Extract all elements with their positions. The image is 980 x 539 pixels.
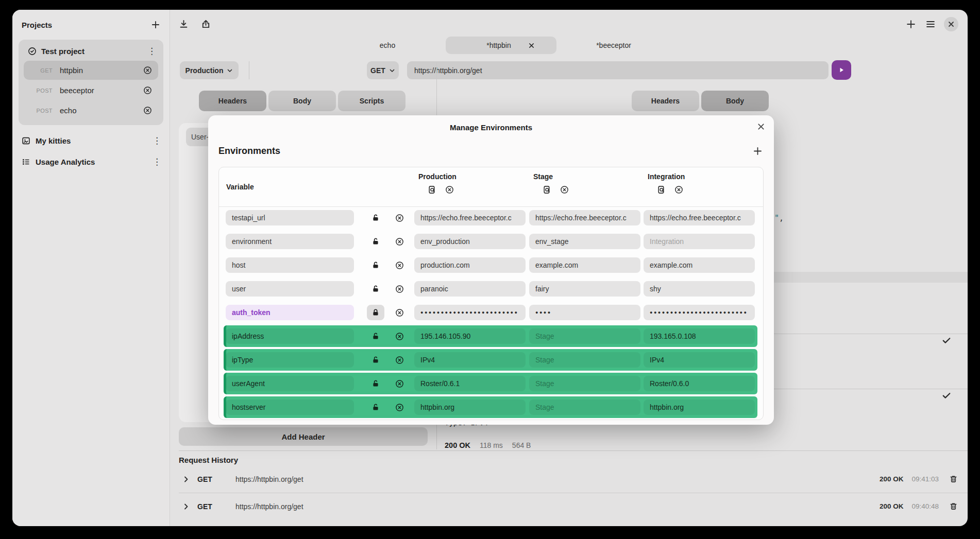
delete-variable-icon[interactable] xyxy=(395,237,404,246)
value-input-stage[interactable]: Stage xyxy=(529,328,640,344)
delete-environment-icon[interactable] xyxy=(445,185,454,194)
modal-close-button[interactable] xyxy=(755,121,767,132)
sidebar-item-beeceptor[interactable]: POST beeceptor xyxy=(24,81,158,100)
value-input-integration[interactable]: IPv4 xyxy=(644,352,755,368)
file-search-icon[interactable] xyxy=(428,185,436,194)
value-input-integration[interactable]: shy xyxy=(644,281,755,297)
value-input-stage[interactable]: Stage xyxy=(529,352,640,368)
value-input-stage[interactable]: https://echo.free.beeceptor.c xyxy=(529,210,640,225)
cancel-request-icon[interactable] xyxy=(143,86,152,95)
cancel-request-icon[interactable] xyxy=(143,66,152,75)
variable-name-input[interactable]: auth_token xyxy=(226,305,354,320)
value-input-integration[interactable]: 193.165.0.108 xyxy=(644,328,755,344)
history-row[interactable]: GET https://httpbin.org/get 200 OK 09:41… xyxy=(179,466,968,492)
delete-variable-icon[interactable] xyxy=(395,308,404,317)
variable-name-input[interactable]: ipType xyxy=(226,352,354,368)
value-input-production[interactable]: https://echo.free.beeceptor.c xyxy=(414,210,526,225)
value-input-stage[interactable]: ●●●● xyxy=(529,305,640,320)
unlock-icon[interactable] xyxy=(365,403,386,411)
variable-name-input[interactable]: user xyxy=(226,281,354,297)
value-input-integration[interactable]: https://echo.free.beeceptor.c xyxy=(644,210,755,225)
delete-history-button[interactable] xyxy=(949,475,958,483)
tab-beeceptor[interactable]: *beeceptor xyxy=(583,37,645,54)
unlock-icon[interactable] xyxy=(365,332,386,340)
value-input-production[interactable]: production.com xyxy=(414,257,526,273)
add-header-button[interactable]: Add Header xyxy=(179,427,428,446)
variable-name-input[interactable]: host xyxy=(226,257,354,273)
file-search-icon[interactable] xyxy=(657,185,666,194)
value-input-integration[interactable]: Integration xyxy=(644,234,755,249)
sidebar-item-my-kitties[interactable]: My kitties ⋮ xyxy=(12,130,170,151)
value-input-stage[interactable]: env_stage xyxy=(529,234,640,249)
delete-variable-icon[interactable] xyxy=(395,332,404,341)
value-input-production[interactable]: 195.146.105.90 xyxy=(414,328,526,344)
file-search-icon[interactable] xyxy=(543,185,551,194)
value-input-integration[interactable]: httpbin.org xyxy=(644,399,755,415)
value-input-integration[interactable]: Roster/0.6.0 xyxy=(644,376,755,391)
value-input-integration[interactable]: ●●●●●●●●●●●●●●●●●●●●●●●● xyxy=(644,305,755,320)
history-row[interactable]: GET https://httpbin.org/get 200 OK 09:40… xyxy=(179,493,968,519)
project-menu-button[interactable]: ⋮ xyxy=(147,47,156,56)
project-menu-button[interactable]: ⋮ xyxy=(153,158,161,166)
delete-history-button[interactable] xyxy=(949,502,958,511)
environment-selector[interactable]: Production xyxy=(180,61,239,79)
sidebar-item-usage-analytics[interactable]: Usage Analytics ⋮ xyxy=(12,151,170,172)
method-selector[interactable]: GET xyxy=(367,61,399,79)
url-input[interactable]: https://httpbin.org/get xyxy=(407,61,829,79)
value-input-production[interactable]: httpbin.org xyxy=(414,399,526,415)
value-input-stage[interactable]: Stage xyxy=(529,399,640,415)
unlock-icon[interactable] xyxy=(365,214,386,222)
export-button[interactable] xyxy=(200,18,212,30)
tab-response-body[interactable]: Body xyxy=(701,91,769,111)
tab-request-headers[interactable]: Headers xyxy=(199,91,266,111)
lock-icon[interactable] xyxy=(367,305,384,320)
value-input-integration[interactable]: example.com xyxy=(644,257,755,273)
value-input-production[interactable]: IPv4 xyxy=(414,352,526,368)
tab-request-body[interactable]: Body xyxy=(268,91,336,111)
close-tab-button[interactable] xyxy=(528,42,535,49)
delete-variable-icon[interactable] xyxy=(395,261,404,270)
project-name: Test project xyxy=(41,47,143,56)
tab-response-headers[interactable]: Headers xyxy=(632,91,699,111)
variable-name-input[interactable]: environment xyxy=(226,234,354,249)
new-project-button[interactable] xyxy=(150,19,161,30)
status-badge: 200 OK xyxy=(445,441,470,449)
delete-variable-icon[interactable] xyxy=(395,214,404,222)
app-menu-button[interactable] xyxy=(924,18,937,30)
cancel-request-icon[interactable] xyxy=(143,106,152,115)
delete-environment-icon[interactable] xyxy=(674,185,683,194)
unlock-icon[interactable] xyxy=(365,356,386,364)
new-tab-button[interactable] xyxy=(905,18,917,30)
unlock-icon[interactable] xyxy=(365,379,386,388)
project-group-header[interactable]: Test project ⋮ xyxy=(22,43,160,60)
unlock-icon[interactable] xyxy=(365,285,386,293)
delete-variable-icon[interactable] xyxy=(395,379,404,388)
tab-httpbin[interactable]: *httpbin xyxy=(446,37,556,54)
value-input-stage[interactable]: Stage xyxy=(529,376,640,391)
sidebar-item-echo[interactable]: POST echo xyxy=(24,101,158,120)
delete-variable-icon[interactable] xyxy=(395,356,404,364)
send-request-button[interactable] xyxy=(832,60,851,80)
project-menu-button[interactable]: ⋮ xyxy=(153,136,161,145)
value-input-stage[interactable]: fairy xyxy=(529,281,640,297)
variable-name-input[interactable]: hostserver xyxy=(226,399,354,415)
variable-name-input[interactable]: ipAddress xyxy=(226,328,354,344)
value-input-production[interactable]: env_production xyxy=(414,234,526,249)
import-button[interactable] xyxy=(178,18,190,30)
variable-name-input[interactable]: userAgent xyxy=(226,376,354,391)
window-close-button[interactable] xyxy=(944,17,958,31)
delete-variable-icon[interactable] xyxy=(395,403,404,412)
unlock-icon[interactable] xyxy=(365,261,386,269)
delete-variable-icon[interactable] xyxy=(395,285,404,293)
tab-request-scripts[interactable]: Scripts xyxy=(338,91,405,111)
sidebar-item-httpbin[interactable]: GET httpbin xyxy=(24,61,158,80)
value-input-stage[interactable]: example.com xyxy=(529,257,640,273)
value-input-production[interactable]: ●●●●●●●●●●●●●●●●●●●●●●●● xyxy=(414,305,526,320)
tab-echo[interactable]: echo xyxy=(364,37,411,54)
delete-environment-icon[interactable] xyxy=(560,185,569,194)
variable-name-input[interactable]: testapi_url xyxy=(226,210,354,225)
value-input-production[interactable]: Roster/0.6.1 xyxy=(414,376,526,391)
value-input-production[interactable]: paranoic xyxy=(414,281,526,297)
add-environment-button[interactable] xyxy=(752,145,764,157)
unlock-icon[interactable] xyxy=(365,237,386,246)
